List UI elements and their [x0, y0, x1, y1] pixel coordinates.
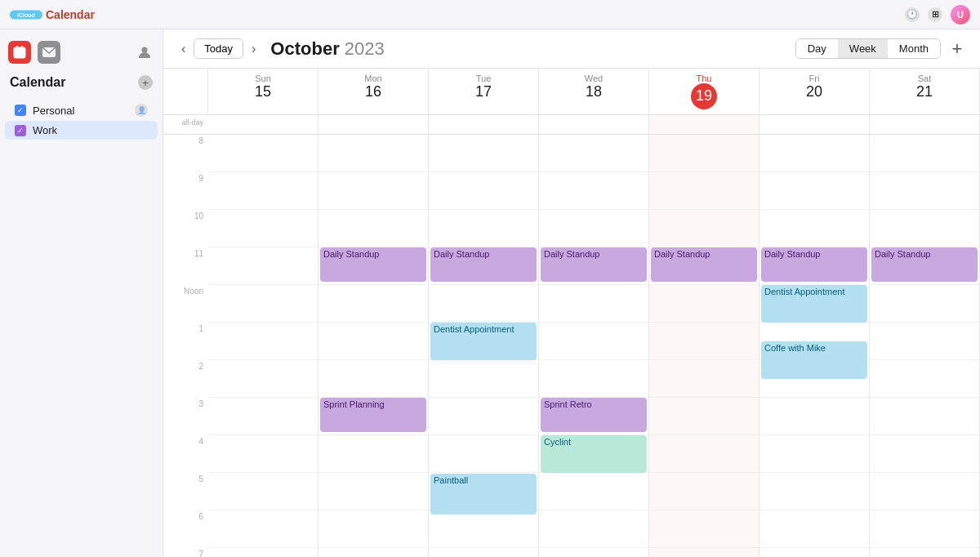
event-label: Paintball: [434, 475, 468, 485]
app-logo: iCloud Calendar: [10, 8, 95, 21]
personal-checkbox[interactable]: ✓: [15, 105, 26, 116]
day-num-6: 21: [873, 83, 976, 101]
work-checkbox[interactable]: ✓: [15, 125, 26, 136]
day-name-6: Sat: [918, 74, 932, 83]
day-name-1: Mon: [364, 74, 381, 83]
day-name-5: Fri: [809, 74, 820, 83]
day-col-fri: Daily Standup Dentist Appointment Coffe …: [760, 135, 870, 557]
event-daily-standup-fri[interactable]: Daily Standup: [761, 247, 867, 282]
day-col-thu: Daily Standup: [649, 135, 760, 557]
hour-10: 10: [163, 210, 208, 247]
clock-icon[interactable]: 🕐: [905, 7, 920, 22]
day-num-3: 18: [542, 83, 645, 101]
hour-7: 7: [163, 548, 208, 557]
week-view-button[interactable]: Week: [838, 39, 888, 58]
week-header-row: Sun 15 Mon 16 Tue 17 Wed 18 Thu 19: [163, 69, 980, 115]
event-coffe-mike[interactable]: Coffe with Mike: [761, 341, 867, 379]
all-day-tue: [429, 115, 539, 134]
day-num-5: 20: [763, 83, 866, 101]
personal-action-icon[interactable]: 👤: [135, 104, 148, 117]
day-header-0: Sun 15: [208, 69, 318, 114]
event-sprint-planning[interactable]: Sprint Planning: [320, 398, 426, 432]
profile-icon[interactable]: [135, 42, 154, 62]
event-label: Daily Standup: [875, 249, 931, 259]
time-grid: 8 9 10 11 Noon 1 2 3 4 5 6 7: [163, 135, 980, 557]
top-bar-right: 🕐 ⊞ U: [905, 5, 970, 25]
next-button[interactable]: ›: [247, 40, 261, 58]
hour-5: 5: [163, 473, 208, 510]
hour-1: 1: [163, 323, 208, 360]
sidebar-item-personal[interactable]: ✓ Personal 👤: [5, 100, 158, 120]
view-switcher: Day Week Month: [795, 38, 941, 59]
day-num-2: 17: [432, 83, 535, 101]
svg-rect-4: [14, 50, 25, 58]
event-label: Coffe with Mike: [764, 343, 826, 353]
check-icon: ✓: [17, 106, 24, 114]
top-bar-left: iCloud Calendar: [10, 8, 95, 21]
calendar-icon[interactable]: [8, 41, 31, 64]
day-header-2: Tue 17: [429, 69, 539, 114]
day-name-2: Tue: [476, 74, 492, 83]
event-label: Sprint Planning: [323, 399, 385, 409]
event-cyclint[interactable]: Cyclint: [541, 435, 647, 473]
day-header-3: Wed 18: [539, 69, 649, 114]
hour-2: 2: [163, 360, 208, 398]
hour-8: 8: [163, 135, 208, 172]
mail-icon[interactable]: [38, 41, 60, 64]
day-view-button[interactable]: Day: [796, 39, 838, 58]
week-grid: Sun 15 Mon 16 Tue 17 Wed 18 Thu 19: [163, 69, 980, 557]
event-label: Dentist Appointment: [434, 324, 514, 334]
sidebar-header: Calendar +: [0, 70, 163, 98]
hour-6: 6: [163, 510, 208, 548]
time-labels: 8 9 10 11 Noon 1 2 3 4 5 6 7: [163, 135, 208, 557]
event-label: Daily Standup: [323, 249, 380, 259]
hour-4: 4: [163, 435, 208, 473]
user-avatar[interactable]: U: [951, 5, 970, 25]
add-event-button[interactable]: +: [947, 39, 967, 59]
event-dentist-fri[interactable]: Dentist Appointment: [761, 285, 867, 323]
event-paintball[interactable]: Paintball: [430, 474, 537, 515]
day-col-wed: Daily Standup Sprint Retro Cyclint: [539, 135, 649, 557]
day-name-3: Wed: [585, 74, 603, 83]
event-daily-standup-mon[interactable]: Daily Standup: [320, 247, 426, 282]
calendar-area: ‹ Today › October 2023 Day Week Month +: [163, 29, 980, 557]
year-value: 2023: [345, 38, 385, 59]
event-daily-standup-thu[interactable]: Daily Standup: [651, 247, 757, 282]
svg-text:iCloud: iCloud: [17, 11, 35, 17]
work-label: Work: [33, 124, 148, 136]
main-layout: Calendar + ✓ Personal 👤 ✓ Work: [0, 29, 980, 557]
event-sprint-retro[interactable]: Sprint Retro: [541, 398, 647, 432]
event-daily-standup-sat[interactable]: Daily Standup: [871, 247, 978, 282]
all-day-thu: [649, 115, 760, 134]
top-bar: iCloud Calendar 🕐 ⊞ U: [0, 0, 980, 29]
event-daily-standup-tue[interactable]: Daily Standup: [430, 247, 537, 282]
sidebar-item-work[interactable]: ✓ Work: [5, 121, 158, 140]
check-icon: ✓: [17, 127, 24, 135]
all-day-sun: [208, 115, 318, 134]
hour-noon: Noon: [163, 285, 208, 323]
prev-button[interactable]: ‹: [176, 40, 190, 58]
calendar-list: ✓ Personal 👤 ✓ Work: [0, 98, 163, 142]
all-day-fri: [760, 115, 870, 134]
event-label: Dentist Appointment: [764, 287, 844, 296]
day-header-5: Fri 20: [760, 69, 870, 114]
event-dentist-tue[interactable]: Dentist Appointment: [430, 323, 537, 360]
svg-rect-5: [16, 46, 18, 49]
all-day-row: all-day: [163, 115, 980, 135]
day-col-sat: Daily Standup: [870, 135, 980, 557]
add-calendar-button[interactable]: +: [138, 75, 153, 90]
day-num-0: 15: [212, 83, 314, 101]
today-button[interactable]: Today: [194, 38, 243, 59]
day-col-mon: Daily Standup Sprint Planning: [318, 135, 429, 557]
event-label: Daily Standup: [434, 249, 490, 259]
hour-3: 3: [163, 398, 208, 435]
calendar-header: ‹ Today › October 2023 Day Week Month +: [163, 29, 980, 69]
month-view-button[interactable]: Month: [888, 39, 940, 58]
hour-11: 11: [163, 247, 208, 285]
grid-icon[interactable]: ⊞: [928, 7, 942, 22]
event-daily-standup-wed[interactable]: Daily Standup: [541, 247, 647, 282]
sidebar-title: Calendar: [10, 75, 65, 90]
day-col-tue: Daily Standup Dentist Appointment Paintb…: [429, 135, 539, 557]
day-num-4: 19: [691, 83, 717, 109]
all-day-wed: [539, 115, 649, 134]
